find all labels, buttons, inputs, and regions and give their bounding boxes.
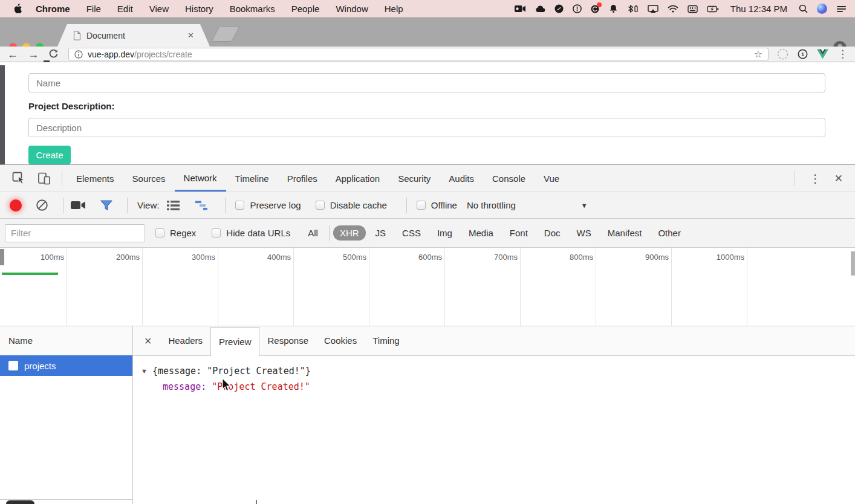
app-badge-icon[interactable]	[591, 4, 600, 13]
devtools-tab-sources[interactable]: Sources	[123, 165, 175, 192]
hide-data-urls-checkbox[interactable]	[212, 228, 221, 237]
filter-funnel-icon[interactable]	[100, 200, 112, 211]
menu-view[interactable]: View	[149, 4, 169, 14]
keyboard-icon[interactable]	[688, 5, 698, 13]
bookmark-star-icon[interactable]: ☆	[754, 50, 762, 59]
menu-window[interactable]: Window	[336, 4, 368, 14]
overview-right-scrollbar[interactable]	[851, 251, 855, 276]
devtools-tab-audits[interactable]: Audits	[440, 165, 483, 192]
offline-label[interactable]: Offline	[431, 200, 457, 210]
device-toolbar-icon[interactable]	[37, 171, 51, 186]
request-list-header[interactable]: Name	[0, 326, 132, 355]
request-row-projects[interactable]: projects	[0, 355, 132, 376]
create-button[interactable]: Create	[28, 146, 71, 164]
filter-type-img[interactable]: Img	[431, 225, 459, 241]
inspect-element-icon[interactable]	[11, 171, 26, 186]
detail-tab-cookies[interactable]: Cookies	[316, 326, 365, 355]
preserve-log-checkbox[interactable]	[235, 201, 244, 210]
apple-menu-icon[interactable]	[13, 4, 22, 14]
screen-record-icon[interactable]	[515, 5, 526, 13]
battery-charging-icon[interactable]	[707, 5, 719, 13]
browser-menu-icon[interactable]: ⋮	[837, 49, 848, 59]
browser-tab-document[interactable]: Document ✕	[57, 24, 210, 47]
disable-cache-label[interactable]: Disable cache	[330, 200, 387, 210]
network-overview[interactable]: 100ms 200ms 300ms 400ms 500ms 600ms 700m…	[0, 248, 855, 326]
menu-history[interactable]: History	[185, 4, 213, 14]
devtools-tab-security[interactable]: Security	[389, 165, 440, 192]
devtools-menu-icon[interactable]: ⋮	[800, 172, 831, 186]
filter-type-css[interactable]: CSS	[395, 225, 427, 241]
detail-tab-timing[interactable]: Timing	[365, 326, 407, 355]
horizontal-scrollbar-thumb[interactable]	[6, 500, 34, 504]
menu-file[interactable]: File	[86, 4, 101, 14]
menu-app-name[interactable]: Chrome	[36, 4, 70, 14]
devtools-close-icon[interactable]: ✕	[834, 172, 843, 185]
filter-type-ws[interactable]: WS	[570, 225, 598, 241]
shazam-icon[interactable]	[554, 4, 564, 13]
record-button[interactable]	[10, 199, 22, 212]
throttling-caret-icon[interactable]: ▼	[581, 202, 588, 209]
detail-tab-headers[interactable]: Headers	[160, 326, 210, 355]
project-description-input[interactable]	[28, 118, 825, 137]
bluetooth-battery-icon[interactable]	[627, 4, 639, 13]
devtools-tab-application[interactable]: Application	[327, 165, 389, 192]
throttling-dropdown[interactable]: No throttling	[467, 200, 516, 210]
ruler-label: 600ms	[390, 253, 442, 262]
devtools-tab-console[interactable]: Console	[483, 165, 535, 192]
airplay-display-icon[interactable]	[648, 5, 658, 13]
filter-type-font[interactable]: Font	[503, 225, 535, 241]
forward-button[interactable]: →	[28, 49, 39, 60]
siri-icon[interactable]	[817, 4, 827, 14]
regex-checkbox[interactable]	[155, 228, 164, 237]
reload-button[interactable]	[48, 49, 59, 59]
new-tab-button[interactable]	[211, 26, 240, 42]
offline-checkbox[interactable]	[417, 201, 426, 210]
filter-type-xhr[interactable]: XHR	[333, 225, 366, 241]
wifi-icon[interactable]	[668, 5, 678, 13]
onepassword-icon[interactable]: 1	[798, 49, 808, 59]
hide-data-urls-label[interactable]: Hide data URLs	[226, 228, 290, 238]
menu-help[interactable]: Help	[385, 4, 403, 14]
menu-bookmarks[interactable]: Bookmarks	[230, 4, 275, 14]
filter-type-js[interactable]: JS	[369, 225, 393, 241]
extension-circle-icon[interactable]	[777, 48, 788, 60]
menu-people[interactable]: People	[291, 4, 320, 14]
devtools-tab-elements[interactable]: Elements	[67, 165, 123, 192]
list-view-icon[interactable]	[166, 200, 180, 211]
filter-input[interactable]	[5, 224, 145, 242]
menu-clock[interactable]: Thu 12:34 PM	[730, 4, 787, 14]
preserve-log-label[interactable]: Preserve log	[250, 200, 301, 210]
bell-icon[interactable]	[609, 4, 618, 13]
menu-edit[interactable]: Edit	[117, 4, 133, 14]
cloud-icon[interactable]	[535, 5, 545, 13]
overview-left-scrollbar[interactable]	[0, 249, 4, 265]
filter-type-doc[interactable]: Doc	[538, 225, 567, 241]
address-bar[interactable]: vue-app.dev/projects/create ☆	[68, 48, 769, 60]
detail-tab-preview[interactable]: Preview	[210, 327, 259, 357]
tab-close-icon[interactable]: ✕	[187, 31, 194, 40]
notification-center-icon[interactable]	[836, 5, 847, 13]
filter-type-media[interactable]: Media	[462, 225, 500, 241]
back-button[interactable]: ←	[7, 49, 18, 60]
vue-devtools-icon[interactable]	[817, 49, 828, 59]
waterfall-view-icon[interactable]	[195, 200, 210, 211]
clear-requests-icon[interactable]	[36, 199, 48, 212]
filter-type-manifest[interactable]: Manifest	[601, 225, 649, 241]
json-root-line[interactable]: ▼ {message: "Project Created!"}	[141, 366, 311, 376]
screenshot-camera-icon[interactable]	[71, 200, 86, 210]
project-name-input[interactable]	[28, 73, 825, 92]
detail-close-icon[interactable]: ✕	[144, 335, 152, 347]
alert-circle-icon[interactable]	[573, 4, 582, 13]
filter-type-other[interactable]: Other	[651, 225, 688, 241]
devtools-tab-timeline[interactable]: Timeline	[226, 165, 278, 192]
disable-cache-checkbox[interactable]	[316, 201, 325, 210]
regex-label[interactable]: Regex	[170, 228, 196, 238]
page-info-icon[interactable]	[74, 50, 83, 59]
detail-tab-response[interactable]: Response	[259, 326, 316, 355]
spotlight-search-icon[interactable]	[799, 4, 808, 13]
devtools-tab-vue[interactable]: Vue	[535, 165, 568, 192]
expand-triangle-icon[interactable]: ▼	[141, 367, 148, 375]
filter-type-all[interactable]: All	[301, 225, 325, 241]
devtools-tab-profiles[interactable]: Profiles	[278, 165, 327, 192]
devtools-tab-network[interactable]: Network	[175, 165, 226, 192]
